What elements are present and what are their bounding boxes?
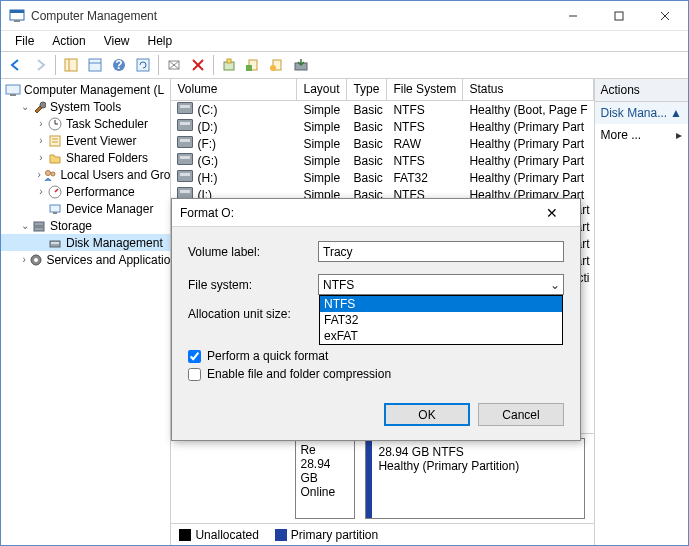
folder-icon	[47, 150, 63, 166]
format-dialog: Format O: ✕ Volume label: File system: N…	[171, 198, 581, 441]
cancel-button[interactable]: Cancel	[478, 403, 564, 426]
fs-option-exfat[interactable]: exFAT	[320, 328, 562, 344]
svg-rect-4	[615, 12, 623, 20]
expand-icon[interactable]: ›	[35, 135, 47, 146]
actions-more[interactable]: More ...▸	[595, 124, 688, 146]
partition-status: Healthy (Primary Partition)	[378, 459, 578, 473]
volume-list: (C:)SimpleBasicNTFSHealthy (Boot, Page F…	[171, 101, 593, 203]
toolbar-icon-1[interactable]	[163, 54, 185, 76]
tree-pane: Computer Management (L ⌄System Tools ›Ta…	[1, 79, 171, 545]
toolbar-icon-4[interactable]	[266, 54, 288, 76]
dialog-titlebar: Format O: ✕	[172, 199, 580, 227]
col-type[interactable]: Type	[347, 79, 387, 100]
tree-services[interactable]: ›Services and Applicatio	[1, 251, 170, 268]
forward-button[interactable]	[29, 54, 51, 76]
tree-label: Local Users and Gro	[60, 168, 170, 182]
tree-root[interactable]: Computer Management (L	[1, 81, 170, 98]
legend: Unallocated Primary partition	[171, 523, 593, 545]
tree-label: Device Manager	[66, 202, 153, 216]
compression-checkbox[interactable]: Enable file and folder compression	[188, 367, 564, 381]
tree-performance[interactable]: ›Performance	[1, 183, 170, 200]
back-button[interactable]	[5, 54, 27, 76]
actions-pane: Actions Disk Mana...▲ More ...▸	[594, 79, 688, 545]
tree-local-users[interactable]: ›Local Users and Gro	[1, 166, 170, 183]
expand-icon[interactable]: ›	[19, 254, 29, 265]
properties-button[interactable]	[84, 54, 106, 76]
expand-icon[interactable]: ›	[35, 186, 47, 197]
expand-icon[interactable]: ›	[35, 118, 47, 129]
menu-file[interactable]: File	[7, 32, 42, 50]
svg-rect-30	[50, 136, 60, 146]
menu-view[interactable]: View	[96, 32, 138, 50]
svg-rect-7	[65, 59, 77, 71]
svg-rect-24	[6, 85, 20, 94]
drive-icon	[177, 102, 193, 114]
chevron-right-icon: ▸	[676, 128, 682, 142]
tree-disk-management[interactable]: Disk Management	[1, 234, 170, 251]
svg-rect-37	[53, 212, 57, 214]
file-system-combo[interactable]: NTFS ⌄ NTFS FAT32 exFAT	[318, 274, 564, 295]
svg-rect-9	[89, 59, 101, 71]
close-button[interactable]	[642, 1, 688, 30]
refresh-button[interactable]	[132, 54, 154, 76]
ok-button[interactable]: OK	[384, 403, 470, 426]
col-volume[interactable]: Volume	[171, 79, 297, 100]
toolbar: ?	[1, 51, 688, 79]
fs-option-ntfs[interactable]: NTFS	[320, 296, 562, 312]
tree-system-tools[interactable]: ⌄System Tools	[1, 98, 170, 115]
svg-text:?: ?	[115, 58, 122, 72]
volume-row[interactable]: (D:)SimpleBasicNTFSHealthy (Primary Part	[171, 118, 593, 135]
tree-root-label: Computer Management (L	[24, 83, 164, 97]
tools-icon	[31, 99, 47, 115]
tree-label: Event Viewer	[66, 134, 136, 148]
col-filesystem[interactable]: File System	[387, 79, 463, 100]
device-icon	[47, 201, 63, 217]
volume-row[interactable]: (G:)SimpleBasicNTFSHealthy (Primary Part	[171, 152, 593, 169]
show-hide-tree-button[interactable]	[60, 54, 82, 76]
collapse-icon[interactable]: ⌄	[19, 101, 31, 112]
col-layout[interactable]: Layout	[297, 79, 347, 100]
actions-header: Actions	[595, 79, 688, 102]
delete-button[interactable]	[187, 54, 209, 76]
fs-option-fat32[interactable]: FAT32	[320, 312, 562, 328]
help-button[interactable]: ?	[108, 54, 130, 76]
disk-partition-box[interactable]: 28.94 GB NTFS Healthy (Primary Partition…	[365, 438, 585, 519]
toolbar-icon-2[interactable]	[218, 54, 240, 76]
menu-action[interactable]: Action	[44, 32, 93, 50]
volume-label-input[interactable]	[318, 241, 564, 262]
svg-point-22	[270, 65, 276, 71]
tree-storage[interactable]: ⌄Storage	[1, 217, 170, 234]
minimize-button[interactable]	[550, 1, 596, 30]
tree-event-viewer[interactable]: ›Event Viewer	[1, 132, 170, 149]
volume-row[interactable]: (H:)SimpleBasicFAT32Healthy (Primary Par…	[171, 169, 593, 186]
collapse-icon[interactable]: ⌄	[19, 220, 31, 231]
disk-label: Re	[300, 443, 350, 457]
storage-icon	[31, 218, 47, 234]
clock-icon	[47, 116, 63, 132]
maximize-button[interactable]	[596, 1, 642, 30]
toolbar-icon-3[interactable]	[242, 54, 264, 76]
dialog-close-button[interactable]: ✕	[532, 205, 572, 221]
svg-point-34	[51, 172, 55, 176]
event-icon	[47, 133, 63, 149]
volume-row[interactable]: (C:)SimpleBasicNTFSHealthy (Boot, Page F	[171, 101, 593, 118]
quick-format-checkbox[interactable]: Perform a quick format	[188, 349, 564, 363]
volume-header: Volume Layout Type File System Status	[171, 79, 593, 101]
expand-icon[interactable]: ›	[35, 169, 43, 180]
checkbox-label: Enable file and folder compression	[207, 367, 391, 381]
disk-info-box[interactable]: Re 28.94 GB Online	[295, 438, 355, 519]
col-status[interactable]: Status	[463, 79, 593, 100]
tree-device-manager[interactable]: Device Manager	[1, 200, 170, 217]
disk-size: 28.94 GB	[300, 457, 350, 485]
svg-rect-25	[10, 94, 16, 96]
disk-icon	[47, 235, 63, 251]
menu-help[interactable]: Help	[140, 32, 181, 50]
app-icon	[9, 8, 25, 24]
volume-label-label: Volume label:	[188, 245, 318, 259]
toolbar-icon-5[interactable]	[290, 54, 312, 76]
tree-shared-folders[interactable]: ›Shared Folders	[1, 149, 170, 166]
tree-task-scheduler[interactable]: ›Task Scheduler	[1, 115, 170, 132]
volume-row[interactable]: (F:)SimpleBasicRAWHealthy (Primary Part	[171, 135, 593, 152]
expand-icon[interactable]: ›	[35, 152, 47, 163]
actions-disk-management[interactable]: Disk Mana...▲	[595, 102, 688, 124]
